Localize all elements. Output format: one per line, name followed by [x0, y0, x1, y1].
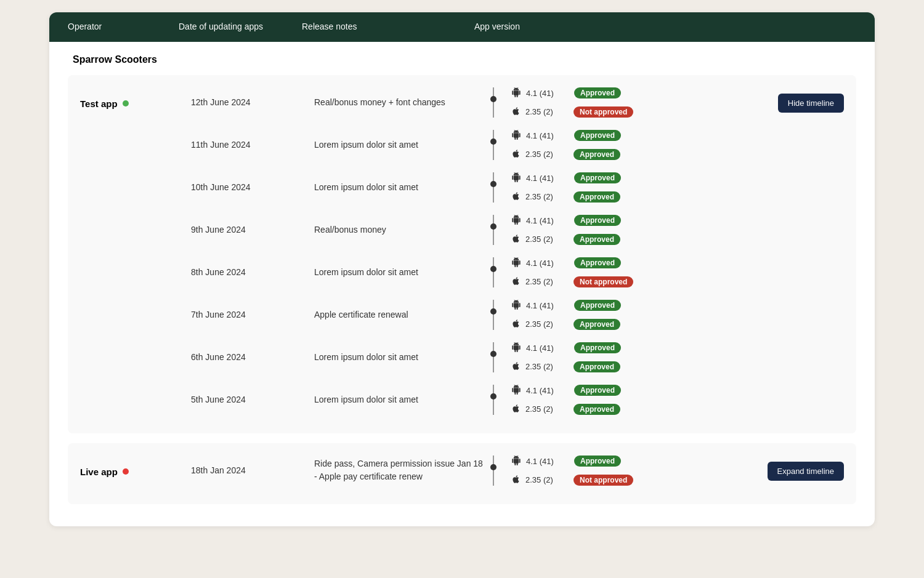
android-status-badge: Approved [574, 257, 621, 268]
expand-timeline-button[interactable]: Expand timeline [768, 462, 845, 481]
timeline-row: 8th June 2024 Lorem ipsum dolor sit amet… [68, 251, 856, 294]
col-notes: Lorem ipsum dolor sit amet [314, 266, 487, 279]
col-notes: Apple certificate renewal [314, 308, 487, 321]
timeline-row: 6th June 2024 Lorem ipsum dolor sit amet… [68, 336, 856, 379]
header-operator: Operator [68, 21, 179, 33]
col-date: 11th June 2024 [191, 140, 314, 150]
android-version-line: 4.1 (41) Approved [511, 456, 768, 467]
android-version-line: 4.1 (41) Approved [511, 87, 778, 99]
col-version: 4.1 (41) Approved 2.35 (2) Approved [487, 342, 844, 372]
header-version: App version [474, 21, 856, 33]
ios-status-badge: Approved [573, 149, 620, 160]
android-version-text: 4.1 (41) [526, 301, 569, 310]
ios-version-text: 2.35 (2) [525, 150, 569, 159]
ios-status-badge: Not approved [573, 475, 633, 486]
col-notes: Real/bonus money [314, 223, 487, 236]
ios-icon [511, 234, 521, 245]
timeline-row: 11th June 2024 Lorem ipsum dolor sit ame… [68, 124, 856, 166]
ios-version-text: 2.35 (2) [525, 107, 569, 116]
ios-version-text: 2.35 (2) [525, 475, 569, 484]
header-notes: Release notes [302, 21, 474, 33]
operator-name: Test app [80, 96, 191, 109]
col-version: 4.1 (41) Approved 2.35 (2) Approved [487, 385, 844, 415]
ios-status-badge: Approved [573, 404, 620, 415]
android-version-text: 4.1 (41) [526, 386, 569, 395]
col-action: Hide timeline [778, 92, 844, 113]
col-version: 4.1 (41) Approved 2.35 (2) Not approved [487, 257, 844, 287]
android-icon [511, 87, 521, 99]
col-date: 5th June 2024 [191, 395, 314, 404]
col-version: 4.1 (41) Approved 2.35 (2) Approved [487, 130, 844, 160]
ios-status-badge: Not approved [573, 276, 633, 287]
ios-status-badge: Approved [573, 191, 620, 203]
timeline-row: 5th June 2024 Lorem ipsum dolor sit amet… [68, 379, 856, 421]
col-date: 6th June 2024 [191, 352, 314, 362]
android-status-badge: Approved [574, 456, 621, 467]
col-notes: Lorem ipsum dolor sit amet [314, 393, 487, 406]
android-icon [511, 300, 521, 311]
col-date: 8th June 2024 [191, 267, 314, 277]
timeline-row: Live app 18th Jan 2024 Ride pass, Camera… [68, 456, 856, 492]
col-date: 9th June 2024 [191, 225, 314, 235]
ios-version-line: 2.35 (2) Not approved [511, 276, 844, 287]
col-operator: Test app [80, 96, 191, 109]
android-version-text: 4.1 (41) [526, 457, 569, 466]
ios-version-line: 2.35 (2) Approved [511, 361, 844, 372]
col-notes: Real/bonus money + font changes [314, 96, 487, 109]
col-notes: Lorem ipsum dolor sit amet [314, 138, 487, 151]
col-version: 4.1 (41) Approved 2.35 (2) Approved [487, 300, 844, 330]
col-version: 4.1 (41) Approved 2.35 (2) Not approved [487, 456, 768, 486]
android-status-badge: Approved [574, 215, 621, 226]
android-icon [511, 130, 521, 142]
ios-status-badge: Approved [573, 319, 620, 330]
android-status-badge: Approved [574, 300, 621, 311]
col-notes: Ride pass, Camera permission issue Jan 1… [314, 457, 487, 483]
ios-status-badge: Not approved [573, 106, 633, 118]
table-body: Sparrow Scooters Test app 12th June 2024… [49, 42, 875, 526]
android-version-text: 4.1 (41) [526, 216, 569, 225]
col-notes: Lorem ipsum dolor sit amet [314, 181, 487, 194]
android-version-line: 4.1 (41) Approved [511, 300, 844, 311]
col-date: 12th June 2024 [191, 97, 314, 107]
android-icon [511, 385, 521, 396]
hide-timeline-button[interactable]: Hide timeline [778, 94, 844, 113]
ios-version-text: 2.35 (2) [525, 277, 569, 286]
ios-icon [511, 106, 521, 118]
android-status-badge: Approved [574, 87, 621, 98]
col-version: 4.1 (41) Approved 2.35 (2) Approved [487, 172, 844, 203]
section-title: Sparrow Scooters [68, 54, 856, 65]
android-icon [511, 172, 521, 184]
ios-status-badge: Approved [573, 234, 620, 245]
timeline-row: 7th June 2024 Apple certificate renewal … [68, 294, 856, 336]
col-date: 10th June 2024 [191, 182, 314, 192]
android-version-line: 4.1 (41) Approved [511, 385, 844, 396]
android-version-text: 4.1 (41) [526, 259, 569, 268]
timeline-row: 9th June 2024 Real/bonus money 4.1 (41) … [68, 209, 856, 251]
col-version: 4.1 (41) Approved 2.35 (2) Not approved [487, 87, 778, 118]
ios-icon [511, 149, 521, 160]
col-operator: Live app [80, 464, 191, 477]
ios-icon [511, 475, 521, 486]
timeline-row: 10th June 2024 Lorem ipsum dolor sit ame… [68, 166, 856, 209]
ios-version-line: 2.35 (2) Approved [511, 319, 844, 330]
android-version-line: 4.1 (41) Approved [511, 130, 844, 142]
android-version-line: 4.1 (41) Approved [511, 172, 844, 184]
ios-version-line: 2.35 (2) Not approved [511, 475, 768, 486]
col-version: 4.1 (41) Approved 2.35 (2) Approved [487, 215, 844, 245]
ios-icon [511, 276, 521, 287]
android-version-text: 4.1 (41) [526, 89, 569, 98]
main-table: Operator Date of updating apps Release n… [49, 12, 875, 526]
ios-icon [511, 319, 521, 330]
android-version-line: 4.1 (41) Approved [511, 215, 844, 227]
ios-version-line: 2.35 (2) Approved [511, 234, 844, 245]
android-icon [511, 215, 521, 227]
ios-icon [511, 361, 521, 372]
header-date: Date of updating apps [179, 21, 302, 33]
ios-version-line: 2.35 (2) Not approved [511, 106, 778, 118]
android-status-badge: Approved [574, 385, 621, 396]
android-status-badge: Approved [574, 130, 621, 141]
ios-version-text: 2.35 (2) [525, 319, 569, 329]
android-icon [511, 456, 521, 467]
android-icon [511, 342, 521, 354]
col-action: Expand timeline [768, 460, 845, 481]
